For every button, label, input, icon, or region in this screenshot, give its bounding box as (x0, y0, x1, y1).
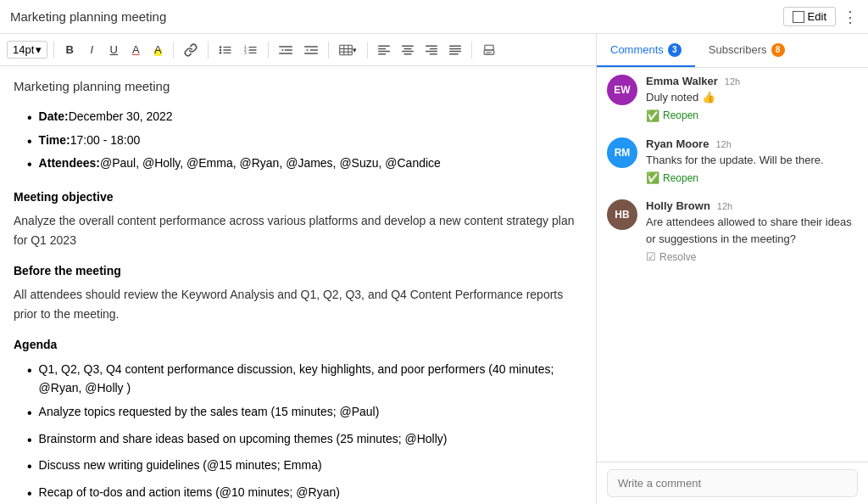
comment-action-reopen[interactable]: ✅ Reopen (646, 171, 858, 184)
comment-header: Ryan Moore 12h (646, 137, 858, 150)
svg-rect-16 (304, 46, 318, 47)
comment-name: Holly Brown (646, 199, 710, 212)
section-heading-agenda: Agenda (14, 335, 582, 354)
comment-action-resolve[interactable]: ☑ Resolve (646, 250, 858, 263)
indent-increase-icon (304, 44, 318, 56)
svg-rect-7 (249, 47, 257, 48)
svg-rect-14 (285, 49, 292, 50)
svg-rect-1 (224, 47, 231, 48)
link-icon (184, 43, 198, 57)
print-button[interactable] (478, 42, 500, 59)
svg-rect-9 (249, 49, 257, 50)
svg-rect-3 (224, 49, 231, 50)
bullet-list-icon (219, 44, 232, 56)
editor-area: 14pt ▾ B I U A A (0, 34, 597, 504)
check-circle-icon: ✅ (646, 109, 659, 122)
agenda-item-text: Q1, Q2, Q3, Q4 content performance discu… (39, 360, 582, 398)
svg-rect-35 (426, 50, 437, 52)
section-heading-objective: Meeting objective (14, 188, 582, 206)
separator-4 (268, 42, 269, 59)
field-line: •Time: 17:00 - 18:00 (14, 131, 582, 153)
svg-rect-25 (378, 45, 390, 47)
agenda-item-text: Analyze topics requested by the sales te… (39, 402, 380, 421)
bullet-icon: • (27, 456, 32, 478)
italic-button[interactable]: I (82, 41, 101, 59)
separator-3 (208, 42, 209, 59)
section-body-objective: Analyze the overall content performance … (14, 211, 582, 249)
avatar: HB (607, 199, 637, 230)
svg-point-2 (220, 48, 222, 51)
agenda-item-text: Recap of to-dos and action items (@10 mi… (39, 483, 340, 501)
svg-rect-20 (340, 45, 353, 55)
svg-rect-15 (279, 53, 292, 53)
svg-rect-36 (430, 53, 437, 54)
separator-7 (471, 42, 472, 59)
svg-rect-34 (430, 48, 437, 49)
align-right-button[interactable] (421, 42, 442, 58)
svg-rect-44 (487, 53, 491, 53)
comment-body: Emma Walker 12h Duly noted 👍 ✅ Reopen (646, 75, 858, 122)
action-label: Resolve (659, 251, 696, 263)
bullet-icon: • (27, 483, 32, 504)
edit-button[interactable]: Edit (783, 7, 836, 26)
field-line: •Date: December 30, 2022 (14, 107, 582, 129)
table-button[interactable]: ▾ (335, 42, 361, 59)
align-left-icon (378, 45, 390, 55)
link-button[interactable] (180, 41, 202, 59)
comment-text: Thanks for the update. Will be there. (646, 152, 858, 169)
agenda-item: •Recap of to-dos and action items (@10 m… (14, 483, 582, 504)
comment-text: Duly noted 👍 (646, 89, 858, 106)
comment-body: Ryan Moore 12h Thanks for the update. Wi… (646, 137, 858, 185)
bullet-icon: • (27, 360, 32, 382)
field-value: @Paul, @Holly, @Emma, @Ryan, @James, @Su… (100, 154, 441, 172)
document-title: Marketing planning meeting (10, 9, 166, 24)
panel-tabs: Comments 3 Subscribers 8 (597, 34, 868, 68)
agenda-item: •Analyze topics requested by the sales t… (14, 402, 582, 424)
separator-2 (173, 42, 174, 59)
align-justify-button[interactable] (445, 42, 465, 58)
bullet-icon: • (27, 402, 32, 424)
numbered-list-icon: 1. 2. 3. (244, 44, 258, 56)
comment-item: HB Holly Brown 12h Are attendees allowed… (607, 199, 858, 263)
comment-time: 12h (717, 201, 732, 211)
fields-section: •Date: December 30, 2022•Time: 17:00 - 1… (14, 107, 582, 176)
tab-comments[interactable]: Comments 3 (597, 34, 695, 67)
font-size-value: 14pt (13, 43, 34, 56)
comment-input[interactable] (607, 469, 858, 497)
font-color-button[interactable]: A (126, 41, 145, 59)
underline-button[interactable]: U (104, 41, 123, 59)
indent-decrease-button[interactable] (275, 42, 297, 59)
align-center-button[interactable] (398, 42, 418, 58)
main-container: 14pt ▾ B I U A A (0, 34, 868, 504)
svg-point-4 (220, 52, 222, 54)
bullet-list-button[interactable] (214, 42, 236, 59)
section-heading-before: Before the meeting (14, 261, 582, 280)
action-label: Reopen (663, 109, 698, 121)
svg-rect-40 (449, 53, 459, 54)
avatar: EW (607, 75, 637, 105)
agenda-item: •Discuss new writing guidelines (@15 min… (14, 456, 582, 478)
header-actions: Edit ⋮ (783, 7, 858, 26)
indent-increase-button[interactable] (300, 42, 322, 59)
bold-button[interactable]: B (60, 41, 79, 59)
svg-rect-11 (249, 52, 257, 53)
svg-rect-29 (402, 45, 414, 47)
comment-time: 12h (715, 139, 731, 149)
align-left-button[interactable] (374, 42, 394, 58)
svg-rect-30 (404, 48, 412, 49)
comment-action-reopen[interactable]: ✅ Reopen (646, 109, 858, 122)
separator-1 (53, 42, 54, 59)
more-options-button[interactable]: ⋮ (843, 8, 858, 26)
highlight-button[interactable]: A (148, 41, 167, 59)
comment-time: 12h (725, 76, 740, 87)
numbered-list-button[interactable]: 1. 2. 3. (240, 42, 262, 59)
tab-subscribers[interactable]: Subscribers 8 (695, 34, 798, 67)
field-label: Time: (39, 131, 70, 149)
svg-rect-41 (485, 45, 493, 50)
comment-header: Emma Walker 12h (646, 75, 858, 87)
agenda-item: •Q1, Q2, Q3, Q4 content performance disc… (14, 360, 582, 398)
bullet-icon: • (27, 131, 32, 153)
font-size-chevron: ▾ (36, 43, 42, 56)
font-size-selector[interactable]: 14pt ▾ (7, 41, 47, 59)
svg-rect-32 (404, 53, 412, 54)
